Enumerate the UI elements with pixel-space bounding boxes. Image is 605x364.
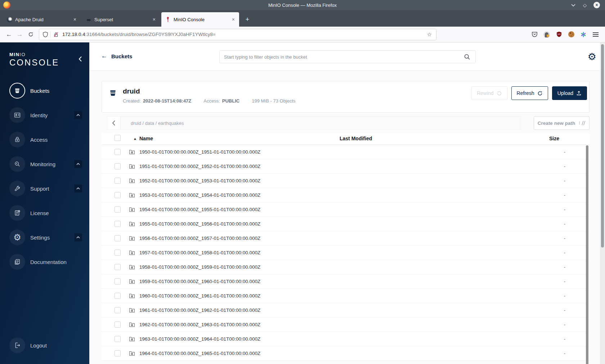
ublock-origin-icon[interactable]: UO: [555, 31, 563, 38]
settings-gear-icon[interactable]: ⚙: [588, 51, 596, 63]
tab-minio-console[interactable]: MinIO Console ×: [161, 12, 239, 27]
row-checkbox[interactable]: [115, 350, 121, 356]
breadcrumb-back-button[interactable]: [107, 117, 121, 129]
sidebar-item-access[interactable]: Access: [0, 127, 89, 152]
object-name[interactable]: 1950-01-01T00:00:00.000Z_1951-01-01T00:0…: [139, 149, 260, 155]
refresh-button[interactable]: Refresh: [511, 86, 548, 100]
table-row[interactable]: 1957-01-01T00:00:00.000Z_1958-01-01T00:0…: [102, 246, 590, 260]
back-to-buckets-link[interactable]: ← Buckets: [101, 53, 132, 60]
object-name[interactable]: 1964-01-01T00:00:00.000Z_1965-01-01T00:0…: [139, 351, 260, 356]
insecure-lock-icon[interactable]: [53, 32, 59, 37]
tab-close-icon[interactable]: ×: [73, 17, 77, 22]
sidebar-item-settings[interactable]: ⚙ Settings: [0, 225, 89, 250]
sidebar-item-logout[interactable]: Logout: [0, 333, 89, 358]
sidebar-item-support[interactable]: Support: [0, 176, 89, 201]
object-name[interactable]: 1953-01-01T00:00:00.000Z_1954-01-01T00:0…: [139, 192, 260, 198]
row-checkbox[interactable]: [115, 322, 121, 328]
table-row[interactable]: 1964-01-01T00:00:00.000Z_1965-01-01T00:0…: [102, 346, 590, 361]
object-name[interactable]: 1955-01-01T00:00:00.000Z_1956-01-01T00:0…: [139, 221, 260, 227]
forward-button[interactable]: →: [14, 29, 25, 40]
chevron-up-icon[interactable]: [74, 111, 82, 119]
rewind-button[interactable]: Rewind: [471, 86, 507, 100]
table-row[interactable]: 1954-01-01T00:00:00.000Z_1955-01-01T00:0…: [102, 203, 590, 217]
row-checkbox[interactable]: [115, 221, 121, 227]
sidebar-item-monitoring[interactable]: Monitoring: [0, 152, 89, 176]
shield-icon[interactable]: [43, 32, 48, 37]
sidebar-item-identity[interactable]: Identity: [0, 103, 89, 127]
table-row[interactable]: 1951-01-01T00:00:00.000Z_1952-01-01T00:0…: [102, 159, 590, 174]
object-name[interactable]: 1963-01-01T00:00:00.000Z_1964-01-01T00:0…: [139, 336, 260, 342]
window-restore-button[interactable]: ◇: [582, 2, 588, 8]
bookmark-star-icon[interactable]: ☆: [426, 31, 433, 38]
row-checkbox[interactable]: [115, 149, 121, 155]
sidebar-item-documentation[interactable]: Documentation: [0, 250, 89, 274]
object-name[interactable]: 1959-01-01T00:00:00.000Z_1960-01-01T00:0…: [139, 279, 260, 284]
row-checkbox[interactable]: [115, 307, 121, 313]
sparkle-extension-icon[interactable]: [580, 31, 587, 38]
object-name[interactable]: 1956-01-01T00:00:00.000Z_1957-01-01T00:0…: [139, 236, 260, 241]
page-scrollbar-thumb[interactable]: [601, 44, 604, 247]
table-row[interactable]: 1962-01-01T00:00:00.000Z_1963-01-01T00:0…: [102, 318, 590, 332]
table-row[interactable]: 1961-01-01T00:00:00.000Z_1962-01-01T00:0…: [102, 303, 590, 318]
select-all-checkbox[interactable]: [115, 135, 121, 141]
table-row[interactable]: 1958-01-01T00:00:00.000Z_1959-01-01T00:0…: [102, 260, 590, 274]
row-checkbox[interactable]: [115, 178, 121, 184]
object-name[interactable]: 1951-01-01T00:00:00.000Z_1952-01-01T00:0…: [139, 164, 260, 169]
tab-superset[interactable]: ∞ Superset ×: [82, 12, 160, 27]
pocket-icon[interactable]: [531, 31, 538, 38]
row-checkbox[interactable]: [115, 278, 121, 285]
row-checkbox[interactable]: [115, 235, 121, 241]
object-filter-search[interactable]: [219, 50, 476, 63]
sidebar-item-buckets[interactable]: Buckets: [0, 78, 89, 103]
column-size[interactable]: Size: [549, 136, 559, 141]
create-new-path-button[interactable]: Create new path: [534, 116, 590, 130]
row-checkbox[interactable]: [115, 206, 121, 213]
object-name[interactable]: 1960-01-01T00:00:00.000Z_1961-01-01T00:0…: [139, 293, 260, 299]
table-row[interactable]: 1955-01-01T00:00:00.000Z_1956-01-01T00:0…: [102, 217, 590, 231]
page-scrollbar[interactable]: [600, 42, 605, 364]
chevron-up-icon[interactable]: [74, 233, 82, 241]
upload-button[interactable]: Upload: [552, 86, 587, 100]
window-minimize-button[interactable]: [570, 2, 576, 8]
object-name[interactable]: 1954-01-01T00:00:00.000Z_1955-01-01T00:0…: [139, 207, 260, 212]
breadcrumb-path[interactable]: druid / data / earthquakes: [131, 120, 184, 126]
table-row[interactable]: 1960-01-01T00:00:00.000Z_1961-01-01T00:0…: [102, 289, 590, 303]
search-input[interactable]: [220, 51, 464, 63]
new-tab-button[interactable]: +: [242, 14, 253, 25]
table-row[interactable]: 1950-01-01T00:00:00.000Z_1951-01-01T00:0…: [102, 145, 590, 159]
menu-hamburger-icon[interactable]: [592, 31, 599, 38]
back-button[interactable]: ←: [4, 29, 14, 40]
chevron-up-icon[interactable]: [74, 185, 82, 192]
row-checkbox[interactable]: [115, 192, 121, 198]
table-row[interactable]: 1959-01-01T00:00:00.000Z_1960-01-01T00:0…: [102, 274, 590, 289]
row-checkbox[interactable]: [115, 264, 121, 270]
table-row[interactable]: 1953-01-01T00:00:00.000Z_1954-01-01T00:0…: [102, 188, 590, 203]
row-checkbox[interactable]: [115, 250, 121, 256]
cookie-extension-icon[interactable]: [568, 31, 575, 38]
table-scrollbar[interactable]: [586, 145, 588, 364]
table-row[interactable]: 1956-01-01T00:00:00.000Z_1957-01-01T00:0…: [102, 231, 590, 246]
object-name[interactable]: 1962-01-01T00:00:00.000Z_1963-01-01T00:0…: [139, 322, 260, 327]
object-name[interactable]: 1958-01-01T00:00:00.000Z_1959-01-01T00:0…: [139, 264, 260, 270]
object-name[interactable]: 1952-01-01T00:00:00.000Z_1953-01-01T00:0…: [139, 178, 260, 183]
chevron-up-icon[interactable]: [74, 160, 82, 168]
reload-button[interactable]: [25, 29, 36, 40]
row-checkbox[interactable]: [115, 163, 121, 169]
sidebar-collapse-icon[interactable]: [79, 56, 82, 62]
url-text[interactable]: 172.18.0.4:31664/buckets/druid/browse/ZG…: [62, 32, 426, 37]
column-last-modified[interactable]: Last Modified: [340, 136, 372, 141]
sidebar-item-license[interactable]: License: [0, 201, 89, 225]
window-close-button[interactable]: ×: [593, 2, 600, 8]
object-name[interactable]: 1957-01-01T00:00:00.000Z_1958-01-01T00:0…: [139, 250, 260, 255]
object-name[interactable]: 1961-01-01T00:00:00.000Z_1962-01-01T00:0…: [139, 308, 260, 313]
profile-extension-icon[interactable]: [543, 31, 550, 38]
tab-apache-druid[interactable]: Apache Druid ×: [3, 12, 81, 27]
row-checkbox[interactable]: [115, 336, 121, 342]
tab-close-icon[interactable]: ×: [231, 17, 236, 22]
tab-close-icon[interactable]: ×: [152, 17, 156, 22]
row-checkbox[interactable]: [115, 293, 121, 299]
table-row[interactable]: 1963-01-01T00:00:00.000Z_1964-01-01T00:0…: [102, 332, 590, 346]
column-name[interactable]: ▲ Name: [133, 136, 153, 141]
table-row[interactable]: 1952-01-01T00:00:00.000Z_1953-01-01T00:0…: [102, 174, 590, 188]
url-bar[interactable]: 172.18.0.4:31664/buckets/druid/browse/ZG…: [39, 29, 436, 40]
